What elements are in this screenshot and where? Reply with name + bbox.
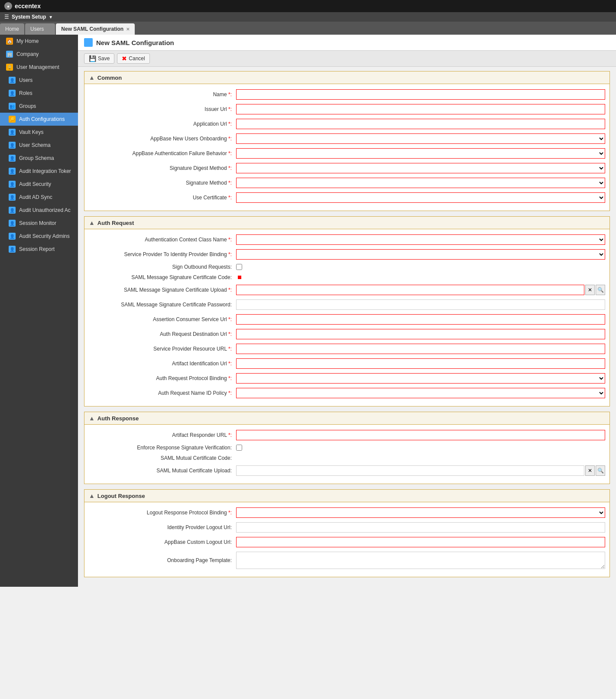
upload-browse-btn[interactable]: 🔍 (596, 285, 605, 295)
input-appbase-custom-logout-url[interactable] (236, 537, 605, 547)
sidebar-item-users[interactable]: 👤 Users (0, 74, 78, 87)
section-auth-response-header[interactable]: ▲ Auth Response (84, 412, 610, 425)
sidebar-item-groups-label: Groups (19, 103, 36, 109)
select-appbase-auth-failure[interactable] (236, 148, 605, 159)
vault-icon: 👤 (9, 129, 16, 136)
section-logout-response-header[interactable]: ▲ Logout Response (84, 490, 610, 502)
input-name[interactable] (236, 89, 605, 100)
input-artifact-responder-url[interactable] (236, 430, 605, 440)
sidebar-item-audit-integration-label: Audit Integration Toker (19, 168, 71, 174)
logo: ● eccentex (4, 2, 41, 10)
label-saml-msg-cert-password: SAML Message Signature Certificate Passw… (89, 302, 236, 308)
sidebar-item-user-schema[interactable]: 👤 User Schema (0, 139, 78, 152)
sidebar-item-roles[interactable]: 👤 Roles (0, 87, 78, 100)
upload-clear-btn[interactable]: ✕ (585, 285, 595, 295)
sidebar-item-groups[interactable]: 👥 Groups (0, 100, 78, 113)
row-name: Name *: (84, 88, 610, 101)
input-issuer-url[interactable] (236, 104, 605, 114)
section-auth-response-title: Auth Response (97, 415, 139, 422)
section-common-header[interactable]: ▲ Common (84, 72, 610, 84)
audit-unauthorized-icon: 👤 (9, 207, 16, 214)
mutual-upload-browse-btn[interactable]: 🔍 (596, 465, 605, 476)
sidebar-item-session-report[interactable]: 👤 Session Report (0, 243, 78, 256)
input-sp-resource-url[interactable] (236, 344, 605, 354)
select-auth-context[interactable] (236, 234, 605, 245)
select-auth-request-protocol[interactable] (236, 373, 605, 384)
select-appbase-new-users[interactable] (236, 133, 605, 144)
input-saml-msg-cert-password[interactable] (236, 299, 605, 310)
save-button[interactable]: 💾 Save (84, 53, 114, 64)
input-auth-request-dest-url[interactable] (236, 329, 605, 339)
system-setup-chevron[interactable]: ▼ (49, 15, 53, 20)
row-appbase-custom-logout-url: AppBase Custom Logout Url: (84, 536, 610, 548)
logo-icon: ● (4, 2, 12, 10)
sidebar-item-user-management[interactable]: 🔒 User Management (0, 61, 78, 74)
checkbox-enforce-response-sig[interactable] (236, 445, 242, 451)
tab-users[interactable]: Users ✕ (25, 23, 55, 35)
tab-users-label: Users (30, 26, 44, 32)
sidebar-item-audit-security[interactable]: 👤 Audit Security (0, 178, 78, 191)
sidebar-item-vault-label: Vault Keys (19, 129, 43, 135)
label-artifact-responder-url: Artifact Responder URL *: (89, 432, 236, 438)
label-artifact-id-url: Artifact Identification Url *: (89, 361, 236, 367)
sidebar-item-session-monitor-label: Session Monitor (19, 220, 56, 226)
row-issuer-url: Issuer Url *: (84, 103, 610, 115)
sidebar-item-audit-ad-sync[interactable]: 👤 Audit AD Sync (0, 191, 78, 204)
sidebar-item-audit-ad-sync-label: Audit AD Sync (19, 194, 52, 200)
row-artifact-responder-url: Artifact Responder URL *: (84, 429, 610, 441)
input-application-url[interactable] (236, 119, 605, 129)
label-onboarding-page-template: Onboarding Page Template: (89, 557, 236, 563)
section-auth-request: ▲ Auth Request Authentication Context Cl… (84, 216, 610, 406)
sidebar-item-vault-keys[interactable]: 👤 Vault Keys (0, 126, 78, 139)
label-enforce-response-sig: Enforce Response Signature Verification: (89, 445, 236, 451)
collapse-auth-request-icon: ▲ (89, 219, 95, 226)
sidebar-item-my-home[interactable]: 🏠 My Home (0, 35, 78, 48)
sidebar-item-session-monitor[interactable]: 👤 Session Monitor (0, 217, 78, 230)
cancel-button[interactable]: ✖ Cancel (117, 53, 149, 64)
tab-new-saml[interactable]: New SAML Configuration ✕ (56, 23, 135, 35)
hamburger-icon[interactable]: ☰ (4, 14, 9, 20)
sidebar-item-audit-unauthorized-ac[interactable]: 👤 Audit Unauthorized Ac (0, 204, 78, 217)
tab-home-label: Home (5, 26, 19, 32)
label-issuer-url: Issuer Url *: (89, 106, 236, 112)
row-auth-context: Authentication Context Class Name *: (84, 234, 610, 246)
sidebar: 🏠 My Home 🏢 Company 🔒 User Management 👤 … (0, 35, 78, 587)
tab-home[interactable]: Home (0, 23, 24, 35)
mutual-upload-clear-btn[interactable]: ✕ (585, 465, 595, 476)
sidebar-item-company[interactable]: 🏢 Company (0, 48, 78, 61)
tab-bar: Home Users ✕ New SAML Configuration ✕ (0, 22, 616, 35)
sidebar-item-auth-configurations[interactable]: 🔑 Auth Configurations (0, 113, 78, 126)
sidebar-item-group-schema[interactable]: 👤 Group Schema (0, 152, 78, 165)
upload-saml-msg-cert: ✕ 🔍 (236, 285, 605, 295)
tab-users-close[interactable]: ✕ (46, 27, 50, 32)
save-icon: 💾 (89, 55, 96, 62)
select-signature-method[interactable] (236, 178, 605, 188)
sidebar-item-audit-security-admins[interactable]: 👤 Audit Security Admins (0, 230, 78, 243)
textarea-onboarding-page-template[interactable] (236, 552, 605, 569)
tab-new-saml-close[interactable]: ✕ (126, 27, 130, 32)
section-auth-request-header[interactable]: ▲ Auth Request (84, 217, 610, 229)
sidebar-item-audit-integration-token[interactable]: 👤 Audit Integration Toker (0, 165, 78, 178)
input-identity-provider-logout-url[interactable] (236, 522, 605, 533)
select-auth-request-name-id[interactable] (236, 388, 605, 398)
row-signature-method: Signature Method *: (84, 177, 610, 189)
select-signature-digest[interactable] (236, 163, 605, 173)
label-auth-request-dest-url: Auth Request Destination Url *: (89, 331, 236, 337)
input-assertion-consumer-url[interactable] (236, 314, 605, 325)
checkbox-sign-outbound[interactable] (236, 264, 242, 270)
select-logout-protocol-binding[interactable] (236, 507, 605, 518)
home-icon: 🏠 (6, 38, 13, 45)
row-auth-request-protocol: Auth Request Protocol Binding *: (84, 372, 610, 384)
row-signature-digest: Signature Digest Method *: (84, 162, 610, 174)
cert-code-indicator (238, 276, 241, 279)
select-use-certificate[interactable] (236, 192, 605, 203)
select-sp-to-idp-binding[interactable] (236, 249, 605, 260)
session-report-icon: 👤 (9, 246, 16, 253)
label-appbase-custom-logout-url: AppBase Custom Logout Url: (89, 539, 236, 545)
input-saml-mutual-cert-upload[interactable] (236, 465, 584, 476)
label-assertion-consumer-url: Assertion Consumer Service Url *: (89, 316, 236, 322)
label-appbase-auth-failure: AppBase Authentication Failure Behavior … (89, 150, 236, 156)
input-saml-msg-cert-upload[interactable] (236, 285, 584, 295)
input-artifact-id-url[interactable] (236, 358, 605, 369)
row-saml-msg-cert-code: SAML Message Signature Certificate Code: (84, 273, 610, 281)
